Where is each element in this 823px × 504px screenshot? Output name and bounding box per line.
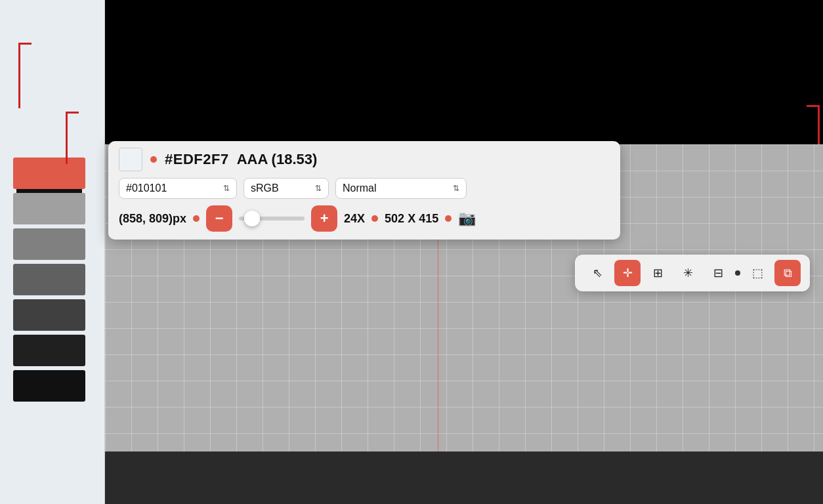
dot-separator-2 <box>193 215 200 222</box>
crosshair-icon: ✛ <box>623 266 633 280</box>
hex-value: #010101 <box>126 182 167 194</box>
color-hex-label: #EDF2F7 <box>165 151 229 168</box>
hex-input-select[interactable]: #010101 ⇅ <box>119 178 237 199</box>
gray3-swatch[interactable] <box>13 264 85 295</box>
cursor-icon: ⇖ <box>593 266 602 280</box>
panel-row-color-info: #EDF2F7 AAA (18.53) <box>119 148 610 171</box>
transform-icon: ⬚ <box>752 266 763 280</box>
dot-separator-3 <box>371 215 378 222</box>
asterisk-tool-button[interactable]: ✳ <box>675 260 701 286</box>
zoom-in-button[interactable]: + <box>311 205 337 232</box>
gray6-swatch[interactable] <box>13 370 85 402</box>
transform-tool-button[interactable]: ⬚ <box>744 260 770 286</box>
gray1-swatch[interactable] <box>13 193 85 224</box>
zoom-level-label: 24X <box>344 212 365 226</box>
windows-icon: ⊟ <box>713 266 723 280</box>
size-label: 502 X 415 <box>385 212 438 226</box>
color-preview-box <box>119 148 142 171</box>
gray4-swatch[interactable] <box>13 299 85 331</box>
canvas-bottom-bar <box>105 452 823 504</box>
toolbar-dot-separator <box>735 270 740 276</box>
aaa-badge: AAA (18.53) <box>237 151 318 168</box>
color-space-value: sRGB <box>251 182 279 194</box>
copy-tool-button[interactable]: ⧉ <box>774 260 801 286</box>
asterisk-icon: ✳ <box>683 266 693 280</box>
grid-tool-button[interactable]: ⊞ <box>644 260 671 286</box>
dot-separator-4 <box>445 215 452 222</box>
hex-chevron-icon: ⇅ <box>223 184 230 193</box>
info-panel: #EDF2F7 AAA (18.53) #010101 ⇅ sRGB ⇅ Nor… <box>108 141 620 240</box>
blend-mode-chevron-icon: ⇅ <box>453 184 459 193</box>
minus-icon: − <box>215 210 224 227</box>
copy-icon: ⧉ <box>784 266 792 280</box>
bracket-marker-outer <box>18 43 32 108</box>
gray2-swatch[interactable] <box>13 228 85 260</box>
color-space-select[interactable]: sRGB ⇅ <box>243 178 329 199</box>
sidebar <box>0 0 105 504</box>
coordinates-label: (858, 809)px <box>119 212 186 226</box>
color-space-chevron-icon: ⇅ <box>315 184 322 193</box>
blend-mode-select[interactable]: Normal ⇅ <box>335 178 467 199</box>
zoom-slider-thumb <box>244 211 260 226</box>
panel-row-zoom: (858, 809)px − + 24X 502 X 415 📷 <box>119 205 610 232</box>
plus-icon: + <box>320 210 329 227</box>
dot-separator-1 <box>150 156 157 163</box>
cursor-tool-button[interactable]: ⇖ <box>584 260 610 286</box>
camera-icon[interactable]: 📷 <box>458 210 476 227</box>
gray5-swatch[interactable] <box>13 335 85 366</box>
bracket-marker-inner <box>66 112 79 164</box>
zoom-slider[interactable] <box>239 217 305 220</box>
panel-row-selects: #010101 ⇅ sRGB ⇅ Normal ⇅ <box>119 178 610 199</box>
zoom-out-button[interactable]: − <box>206 205 232 232</box>
floating-toolbar: ⇖ ✛ ⊞ ✳ ⊟ ⬚ ⧉ <box>575 255 810 291</box>
blend-mode-value: Normal <box>343 182 377 194</box>
grid-icon: ⊞ <box>653 266 663 280</box>
windows-tool-button[interactable]: ⊟ <box>705 260 731 286</box>
color-swatches <box>13 158 85 406</box>
crosshair-tool-button[interactable]: ✛ <box>614 260 641 286</box>
